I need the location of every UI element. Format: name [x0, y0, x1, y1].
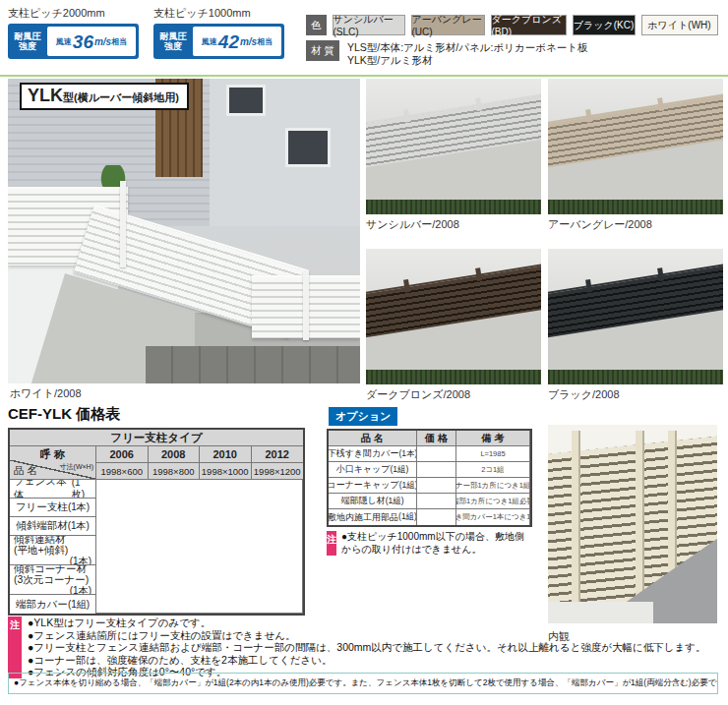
- column-header: 2010: [200, 446, 252, 463]
- options-table: 品 名 価 格 備 考 下桟すき間カバー(1本) L=1985 小口キャップ(1…: [327, 429, 532, 527]
- fence-post: [586, 109, 593, 123]
- greenery: [548, 200, 723, 214]
- wind-speed-value: 風速 36 m/s 相当: [47, 27, 136, 56]
- option-row-price: [417, 446, 456, 462]
- fence-post: [120, 181, 126, 267]
- wind-pressure-badges: 支柱ピッチ2000mm 耐風圧 強度 風速 36 m/s 相当 支柱ピッチ100…: [8, 6, 284, 59]
- note-line: ●フェンス連結箇所にはフリー支柱の設置はできません。: [28, 629, 705, 642]
- fence-post: [658, 268, 665, 282]
- fence-post: [658, 98, 665, 112]
- option-row-price: [417, 509, 456, 525]
- interior-photo: [548, 425, 717, 623]
- color-chip-darkbronze: ダークブロンズ(BD): [491, 15, 567, 35]
- wind-strength-label: 耐風圧 強度: [8, 24, 47, 59]
- option-row-remark: 2コ1組: [456, 462, 530, 478]
- photo-caption: サンシルバー/2008: [366, 217, 459, 232]
- price-table: フリー支柱タイプ 呼 称 寸法(W×H) 品 名 2006 2008 2010 …: [8, 428, 305, 616]
- size-header: 1998×800: [149, 463, 201, 480]
- price-table-heading: CEF-YLK 価格表: [8, 405, 120, 424]
- note-badge: 注: [327, 531, 336, 556]
- wind-strength-badge: 耐風圧 強度 風速 42 m/s 相当: [153, 24, 284, 59]
- note-line: ●コーナー部は、強度確保のため、支柱を2本施工してください。: [28, 654, 705, 667]
- option-row-name: 敷地内施工用部品(1組): [329, 509, 417, 525]
- option-row-name: 小口キャップ(1組): [329, 462, 417, 478]
- option-row-price: [417, 494, 456, 509]
- option-row-name: コーナーキャップ(1組): [329, 478, 417, 494]
- color-chip-urbangray: アーバングレー(UC): [411, 15, 485, 35]
- fence-post: [303, 271, 309, 340]
- options-badge: オプション: [329, 407, 397, 426]
- option-row-name: 下桟すき間カバー(1本): [329, 446, 417, 462]
- color-label: 色: [306, 15, 327, 35]
- color-chip-white: ホワイト(WH): [641, 15, 718, 35]
- option-row-remark: 下桟すき間カバー1本につき1組必要: [456, 509, 530, 525]
- main-photo-caption: ホワイト/2008: [10, 386, 82, 401]
- greenery: [366, 200, 541, 214]
- section-divider: [0, 75, 728, 77]
- size-header: 1998×1200: [252, 463, 304, 480]
- walkway: [548, 602, 653, 623]
- photo-urbangray: [548, 79, 723, 214]
- fence-post: [476, 98, 483, 112]
- column-header: 2006: [96, 446, 149, 463]
- option-row-remark: 端部1カ所につき1組必要: [456, 494, 530, 509]
- window: [226, 85, 266, 116]
- row-label-slope-joint: 傾斜連結材(平地+傾斜)(1本): [10, 536, 96, 565]
- note-line: ●フリー支柱とフェンス連結部および端部・コーナー部の間隔は、300mm以内で施工…: [28, 641, 705, 654]
- wind-strength-label: 耐風圧 強度: [153, 24, 193, 59]
- catalog-page: 支柱ピッチ2000mm 耐風圧 強度 風速 36 m/s 相当 支柱ピッチ100…: [0, 0, 728, 705]
- fence-post: [476, 268, 483, 282]
- options-note: 注 ●支柱ピッチ1000mm以下の場合、敷地側からの取り付けはできません。: [327, 531, 528, 556]
- material-text: YLS型/本体:アルミ形材/パネル:ポリカーボネート板 YLK型/アルミ形材: [347, 40, 587, 67]
- photo-caption: ダークブロンズ/2008: [366, 387, 470, 402]
- size-header: 1998×600: [96, 463, 149, 480]
- wind-badge-2000: 支柱ピッチ2000mm 耐風圧 強度 風速 36 m/s 相当: [8, 6, 139, 59]
- options-note-text: ●支柱ピッチ1000mm以下の場合、敷地側からの取り付けはできません。: [341, 531, 528, 556]
- option-row-remark: L=1985: [456, 446, 530, 462]
- option-row-remark: コーナー部1カ所につき1組必要: [456, 478, 530, 494]
- size-header: 1998×1000: [200, 463, 252, 480]
- photo-sunsilver: [366, 79, 541, 214]
- options-col-name: 品 名: [329, 431, 417, 446]
- option-row-price: [417, 462, 456, 478]
- price-table-corner-cell: 呼 称 寸法(W×H) 品 名: [10, 446, 96, 480]
- fence-post: [404, 109, 411, 123]
- fence-post: [572, 431, 580, 606]
- photo-caption: ブラック/2008: [548, 387, 620, 402]
- option-row-name: 端部隠し材(1組): [329, 494, 417, 509]
- photo-caption: アーバングレー/2008: [548, 217, 652, 232]
- series-title-code: YLK: [28, 86, 63, 106]
- row-label-fence-body: フェンス本体(1枚): [10, 480, 96, 499]
- note-text: ●YLK型はフリー支柱タイプのみです。 ●フェンス連結箇所にはフリー支柱の設置は…: [28, 617, 705, 678]
- series-title: YLK型(横ルーバー傾斜地用): [20, 83, 189, 110]
- fence-post: [586, 279, 593, 293]
- wind-strength-badge: 耐風圧 強度 風速 36 m/s 相当: [8, 24, 139, 59]
- wind-badge-1000: 支柱ピッチ1000mm 耐風圧 強度 風速 42 m/s 相当: [153, 6, 284, 59]
- wind-speed-value: 風速 42 m/s 相当: [193, 27, 281, 56]
- pavement: [146, 346, 360, 383]
- photo-darkbronze: [366, 249, 541, 384]
- fence-post: [636, 431, 644, 606]
- row-label-free-post: フリー支柱(1本): [10, 499, 96, 517]
- price-notes: 注 ●YLK型はフリー支柱タイプのみです。 ●フェンス連結箇所にはフリー支柱の設…: [8, 617, 720, 678]
- material-label: 材 質: [306, 40, 339, 61]
- interior-caption: 内観: [548, 629, 570, 644]
- options-col-remarks: 備 考: [456, 431, 530, 446]
- color-chip-sunsilver: サンシルバー(SLC): [333, 15, 405, 35]
- pitch-label: 支柱ピッチ1000mm: [153, 6, 284, 21]
- material-row: 材 質 YLS型/本体:アルミ形材/パネル:ポリカーボネート板 YLK型/アルミ…: [306, 40, 587, 67]
- row-label-end-cover: 端部カバー(1組): [10, 595, 96, 614]
- window: [285, 128, 331, 167]
- pitch-label: 支柱ピッチ2000mm: [8, 6, 139, 21]
- fence-post: [404, 279, 411, 293]
- footer-note: ●フェンス本体を切り縮める場合、「端部カバー」が1組(2本の内1本のみ使用)必要…: [8, 673, 718, 694]
- greenery: [366, 370, 541, 384]
- main-photo-white-fence: YLK型(横ルーバー傾斜地用): [8, 79, 360, 383]
- row-label-slope-corner: 傾斜コーナー材(3次元コーナー)(1本): [10, 565, 96, 595]
- price-table-type-header: フリー支柱タイプ: [10, 430, 303, 446]
- series-title-desc: 型(横ルーバー傾斜地用): [63, 90, 179, 105]
- color-chip-black: ブラック(KC): [573, 15, 636, 35]
- column-header: 2012: [252, 446, 304, 463]
- greenery: [548, 370, 723, 384]
- note-badge: 注: [8, 617, 22, 678]
